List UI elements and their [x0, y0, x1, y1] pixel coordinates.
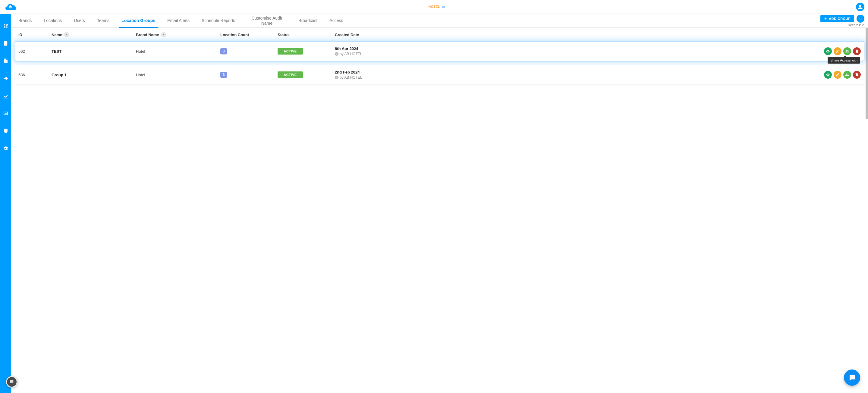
view-button[interactable] [824, 47, 832, 55]
scrollbar[interactable] [866, 28, 868, 119]
header-actions: ADD GROUP Records: 2 [820, 15, 864, 27]
support-chat-button[interactable] [844, 369, 860, 386]
cell-name: Group 1 [52, 72, 136, 77]
info-icon: i [335, 75, 338, 79]
col-name: Name [52, 32, 136, 37]
row-actions [807, 71, 861, 79]
col-location-count: Location Count [220, 33, 278, 37]
chat-lines-icon [9, 380, 14, 384]
sort-name-button[interactable] [64, 32, 69, 37]
add-group-label: ADD GROUP [829, 17, 850, 21]
cell-brand: Hotel [136, 72, 220, 77]
main: Brands Locations Users Teams Location Gr… [0, 14, 868, 393]
cell-status: ACTIVE [278, 71, 335, 78]
table: ID Name Brand Name Location Count Status… [11, 28, 868, 393]
created-by-text: iby AB HOTEL [335, 75, 807, 80]
delete-button[interactable] [853, 47, 861, 55]
sort-brand-button[interactable] [161, 32, 166, 37]
location-count-badge: 3 [220, 72, 227, 78]
sidebar-item-document[interactable] [0, 57, 11, 64]
gear-icon [3, 146, 8, 151]
chart-icon [3, 93, 8, 98]
tab-broadcast[interactable]: Broadcast [299, 14, 317, 27]
chevron-down-icon [65, 33, 68, 36]
status-badge: ACTIVE [278, 48, 303, 55]
download-icon [858, 17, 863, 21]
trash-icon [855, 72, 859, 77]
col-id: ID [19, 33, 52, 37]
sidebar-item-inbox[interactable] [0, 110, 11, 117]
sidebar-item-settings[interactable] [0, 145, 11, 152]
cell-location-count: 3 [220, 72, 278, 78]
cell-created-date: 8th Apr 2024iby AB HOTEL [335, 47, 807, 56]
users-icon [845, 72, 849, 77]
clipboard-icon [3, 41, 8, 46]
sidebar-item-analytics[interactable] [0, 92, 11, 99]
content: Brands Locations Users Teams Location Gr… [11, 14, 868, 393]
sidebar-item-security[interactable] [0, 127, 11, 134]
cell-location-count: 3 [220, 48, 278, 54]
header-bar: HOTEL [0, 0, 868, 14]
shield-icon [3, 128, 8, 133]
tab-locations[interactable]: Locations [44, 14, 62, 27]
avatar[interactable] [856, 3, 864, 11]
svg-point-4 [6, 27, 7, 28]
tab-email-alerts[interactable]: Email Alerts [167, 14, 190, 27]
document-icon [3, 58, 8, 64]
records-count: Records: 2 [848, 23, 864, 27]
tab-access[interactable]: Access [330, 14, 343, 27]
created-date-text: 2nd Feb 2024 [335, 70, 807, 74]
svg-point-3 [4, 27, 5, 28]
users-icon [845, 49, 849, 53]
download-button[interactable] [857, 15, 864, 23]
sidebar-item-announcement[interactable] [0, 75, 11, 82]
col-brand-label: Brand Name [136, 33, 159, 37]
help-chat-button[interactable] [6, 376, 18, 388]
eye-icon [826, 72, 830, 77]
svg-point-1 [4, 24, 5, 26]
dashboard-icon [3, 23, 8, 29]
plus-icon [824, 17, 827, 20]
cell-status: ACTIVE [278, 48, 335, 55]
edit-button[interactable] [834, 71, 841, 79]
tab-customise-audit-name[interactable]: Customise Audit Name [247, 14, 286, 27]
table-head: ID Name Brand Name Location Count Status… [16, 28, 864, 41]
tabs-row: Brands Locations Users Teams Location Gr… [11, 14, 868, 28]
cell-id: 562 [19, 49, 52, 54]
cell-created-date: 2nd Feb 2024iby AB HOTEL [335, 70, 807, 80]
edit-button[interactable] [834, 47, 841, 55]
table-row[interactable]: 562TESTHotel3ACTIVE8th Apr 2024iby AB HO… [16, 41, 864, 61]
tab-brands[interactable]: Brands [19, 14, 32, 27]
person-icon [858, 4, 863, 10]
tab-location-groups[interactable]: Location Groups [121, 14, 155, 27]
col-brand: Brand Name [136, 32, 220, 37]
view-button[interactable] [824, 71, 832, 79]
center-logo-text: HOTEL [429, 5, 440, 8]
tab-users[interactable]: Users [74, 14, 85, 27]
status-badge: ACTIVE [278, 71, 303, 78]
col-created-date: Created Date [335, 33, 807, 37]
sidebar-item-clipboard[interactable] [0, 40, 11, 47]
megaphone-icon [3, 75, 8, 81]
cell-brand: Hotel [136, 49, 220, 54]
tab-schedule-reports[interactable]: Schedule Reports [202, 14, 235, 27]
share-access-button[interactable] [843, 71, 851, 79]
created-date-text: 8th Apr 2024 [335, 47, 807, 51]
location-count-badge: 3 [220, 48, 227, 54]
table-row[interactable]: 536Group 1Hotel3ACTIVE2nd Feb 2024iby AB… [16, 65, 864, 84]
chevron-down-icon [162, 33, 165, 36]
cell-id: 536 [19, 72, 52, 77]
pencil-icon [835, 72, 840, 77]
trash-icon [855, 49, 859, 53]
share-access-button[interactable]: Share Access with [843, 47, 851, 55]
add-group-button[interactable]: ADD GROUP [820, 15, 854, 22]
sidebar [0, 14, 11, 393]
speech-bubble-icon [848, 374, 856, 381]
center-logo-decoration-icon [442, 6, 445, 8]
cell-name: TEST [52, 49, 136, 54]
sidebar-item-dashboard[interactable] [0, 22, 11, 30]
tab-teams[interactable]: Teams [97, 14, 110, 27]
col-name-label: Name [52, 33, 62, 37]
delete-button[interactable] [853, 71, 861, 79]
app-logo-icon[interactable] [3, 3, 18, 11]
